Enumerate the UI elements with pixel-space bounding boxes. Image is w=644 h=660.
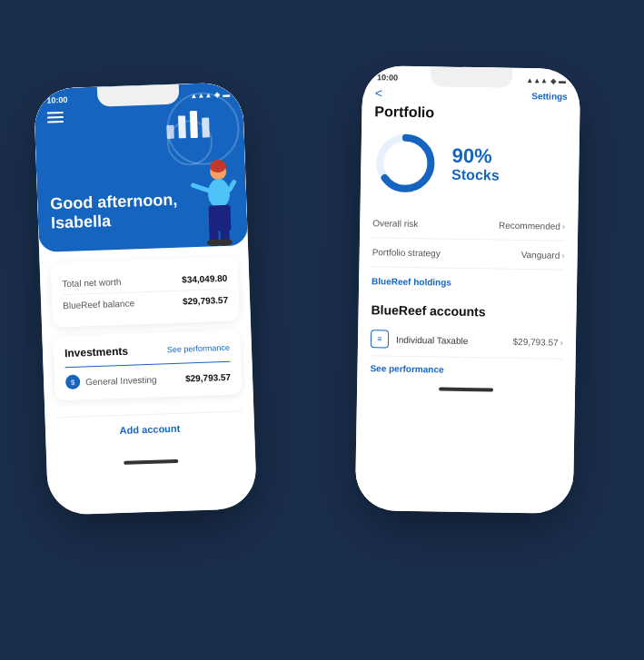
signal-icon: ▲▲▲ (190, 90, 212, 99)
bluereef-holdings-link[interactable]: BlueReef holdings (371, 267, 564, 299)
home-indicator-left (124, 458, 178, 464)
see-performance-link-left[interactable]: See performance (166, 342, 229, 353)
left-header: 10:00 ▲▲▲ ◈ ▬ (33, 82, 247, 252)
back-button[interactable]: < (374, 85, 381, 100)
svg-point-13 (217, 238, 232, 246)
investment-value: $29,793.57 (184, 371, 230, 383)
chevron-right-icon-2: › (561, 250, 565, 260)
portfolio-strategy-label: Portfolio strategy (372, 247, 440, 258)
investments-divider (64, 360, 230, 367)
account-row[interactable]: ≡ Individual Taxable $29,793.57 › (370, 322, 563, 360)
see-performance-link-right[interactable]: See performance (370, 356, 562, 384)
battery-icon: ▬ (223, 90, 230, 98)
donut-type: Stocks (451, 166, 500, 183)
donut-section: 90% Stocks (372, 131, 566, 198)
donut-chart (372, 131, 437, 195)
investment-row: $ General Investing $29,793.57 (64, 369, 230, 389)
svg-rect-1 (177, 115, 185, 138)
account-left: ≡ Individual Taxable (370, 330, 468, 350)
add-account-button[interactable]: Add account (55, 410, 243, 447)
left-phone: 10:00 ▲▲▲ ◈ ▬ (33, 82, 256, 516)
notch-right (430, 66, 511, 88)
overall-risk-value: Recommended › (498, 220, 564, 231)
balance-label: BlueReef balance (63, 298, 134, 310)
phones-container: 10:00 ▲▲▲ ◈ ▬ (14, 13, 631, 648)
portfolio-strategy-value: Vanguard › (520, 250, 564, 261)
right-screen: 10:00 ▲▲▲ ◈ ▬ < Settings Portfolio (354, 64, 580, 513)
investments-card: Investments See performance $ General In… (53, 330, 242, 400)
greeting-text: Good afternoon, Isabella (49, 190, 177, 233)
overall-risk-label: Overall risk (372, 218, 418, 229)
svg-point-6 (207, 178, 230, 208)
person-figure (183, 154, 240, 247)
notch-left (96, 84, 179, 106)
signal-icon-right: ▲▲▲ (526, 75, 548, 84)
time-left: 10:00 (46, 94, 67, 104)
donut-labels: 90% Stocks (451, 144, 500, 183)
svg-line-7 (193, 184, 207, 191)
investments-title: Investments (64, 344, 127, 359)
left-screen: 10:00 ▲▲▲ ◈ ▬ (33, 82, 256, 516)
account-name: Individual Taxable (395, 334, 468, 345)
svg-line-8 (229, 182, 233, 189)
net-worth-label: Total net worth (62, 276, 121, 288)
right-content: Portfolio 90% Stocks (357, 103, 580, 383)
chevron-right-icon: › (561, 221, 565, 231)
investment-name: General Investing (84, 374, 156, 387)
settings-button[interactable]: Settings (531, 90, 568, 101)
overall-risk-row[interactable]: Overall risk Recommended › (372, 209, 565, 241)
svg-rect-3 (202, 117, 210, 137)
portfolio-strategy-row[interactable]: Portfolio strategy Vanguard › (372, 238, 565, 271)
right-phone: 10:00 ▲▲▲ ◈ ▬ < Settings Portfolio (354, 64, 580, 513)
svg-rect-2 (189, 110, 197, 137)
donut-percent: 90% (451, 144, 500, 167)
time-right: 10:00 (376, 73, 397, 82)
investments-header: Investments See performance (64, 340, 229, 359)
battery-icon-right: ▬ (558, 76, 565, 84)
net-worth-card: Total net worth $34,049.80 BlueReef bala… (50, 256, 239, 327)
status-icons-right: ▲▲▲ ◈ ▬ (526, 75, 566, 84)
coin-icon: $ (64, 374, 80, 389)
wifi-icon: ◈ (214, 90, 220, 98)
portfolio-title: Portfolio (374, 103, 567, 123)
wifi-icon-right: ◈ (550, 76, 555, 84)
svg-rect-0 (166, 124, 174, 138)
balance-value: $29,793.57 (182, 294, 227, 306)
investment-left: $ General Investing (64, 371, 156, 389)
hamburger-menu[interactable] (46, 112, 63, 123)
account-value: $29,793.57 › (512, 336, 563, 347)
accounts-heading: BlueReef accounts (371, 295, 563, 326)
account-icon: ≡ (370, 330, 388, 348)
home-indicator-right (439, 387, 493, 391)
left-content: Total net worth $34,049.80 BlueReef bala… (39, 245, 255, 458)
account-chevron-icon: › (560, 337, 563, 347)
header-chart-icon (161, 100, 226, 147)
status-icons-left: ▲▲▲ ◈ ▬ (190, 90, 230, 100)
net-worth-value: $34,049.80 (182, 272, 227, 284)
